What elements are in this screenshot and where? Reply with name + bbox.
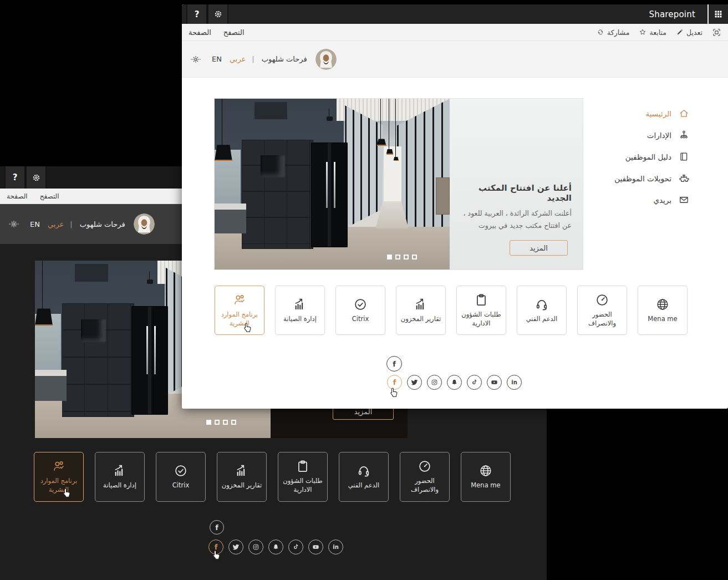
nav-departments[interactable]: الإدارات <box>570 124 689 146</box>
mail-icon <box>679 195 689 205</box>
tile-hr-program[interactable]: برنامج الموارد البشرية <box>215 286 264 335</box>
announcement-body: أعلنت الشركة الرائدة ، العربية للعود ، ع… <box>457 207 572 232</box>
social-facebook[interactable]: f <box>208 540 223 554</box>
social-twitter[interactable] <box>228 540 243 554</box>
tile-label: الحضور والانصراف <box>402 477 447 494</box>
settings-button[interactable] <box>26 166 47 189</box>
help-button[interactable]: ? <box>186 4 207 24</box>
help-icon: ? <box>195 9 200 19</box>
language-en-link[interactable]: EN <box>30 220 40 228</box>
nav-my-mail[interactable]: بريدي <box>570 189 689 211</box>
star-icon <box>639 28 646 36</box>
tile-attendance[interactable]: الحضور والانصراف <box>577 286 627 335</box>
avatar[interactable] <box>134 213 155 235</box>
tile-attendance[interactable]: الحضور والانصراف <box>400 452 450 502</box>
tile-label: الدعم الفني <box>526 315 557 324</box>
nav-home[interactable]: الرئيسية <box>570 103 689 124</box>
user-name[interactable]: فرحات شلهوب <box>262 55 307 63</box>
tab-browse[interactable]: التصفح <box>40 192 59 200</box>
social-twitter[interactable] <box>407 375 422 390</box>
social-facebook-featured[interactable]: f <box>386 356 402 372</box>
social-snapchat[interactable] <box>447 375 462 390</box>
social-facebook-featured[interactable]: f <box>210 520 224 535</box>
carousel-dot[interactable] <box>412 255 417 260</box>
nav-label: تحويلات الموظفين <box>614 174 671 183</box>
carousel-dot[interactable] <box>223 420 228 425</box>
share-sync-icon <box>597 28 604 36</box>
settings-button[interactable] <box>207 4 228 24</box>
language-ar-link[interactable]: عربي <box>48 220 64 228</box>
follow-button[interactable]: متابعة <box>639 28 666 37</box>
tile-inventory-reports[interactable]: تقارير المخزون <box>396 286 446 335</box>
chart-growth-icon <box>235 464 249 478</box>
check-circle-icon <box>174 464 188 478</box>
tile-hr-program[interactable]: برنامج الموارد البشرية <box>34 452 84 502</box>
social-linkedin[interactable]: in <box>328 540 343 554</box>
tile-mena-me[interactable]: Mena me <box>461 452 511 502</box>
social-facebook[interactable]: f <box>387 375 402 390</box>
tile-label: إدارة الصيانة <box>283 315 317 324</box>
tile-tech-support[interactable]: الدعم الفني <box>339 452 389 502</box>
tab-browse[interactable]: التصفح <box>223 28 245 37</box>
user-name[interactable]: فرحات شلهوب <box>80 220 125 228</box>
language-en-link[interactable]: EN <box>212 55 222 63</box>
focus-on-content-icon <box>712 28 721 37</box>
gear-icon <box>213 9 223 19</box>
social-youtube[interactable] <box>308 540 323 554</box>
social-instagram[interactable] <box>248 540 263 554</box>
user-avatar-image <box>315 49 337 70</box>
nav-employee-transfers[interactable]: تحويلات الموظفين <box>570 167 689 189</box>
language-ar-link[interactable]: عربي <box>230 55 246 63</box>
social-snapchat[interactable] <box>268 540 283 554</box>
instagram-icon <box>252 543 259 551</box>
app-launcher-button[interactable] <box>707 4 728 24</box>
tile-admin-requests[interactable]: طلبات الشؤون الادارية <box>278 452 328 502</box>
chart-growth-icon <box>293 297 307 312</box>
people-check-icon <box>52 459 66 474</box>
gauge-icon <box>595 293 609 307</box>
nav-label: دليل الموظفين <box>625 152 671 161</box>
more-button[interactable]: المزيد <box>510 240 568 256</box>
tile-citrix[interactable]: Citrix <box>156 452 206 502</box>
brightness-toggle[interactable] <box>9 219 19 229</box>
help-button[interactable]: ? <box>4 166 26 189</box>
tile-inventory-reports[interactable]: تقارير المخزون <box>217 452 267 502</box>
avatar[interactable] <box>315 49 337 70</box>
carousel-dot[interactable] <box>404 255 409 260</box>
social-instagram[interactable] <box>427 375 442 390</box>
tile-admin-requests[interactable]: طلبات الشؤون الادارية <box>456 286 506 335</box>
social-linkedin[interactable]: in <box>507 375 522 390</box>
social-tiktok[interactable] <box>467 375 482 390</box>
carousel-dot[interactable] <box>387 255 392 260</box>
headset-icon <box>357 464 371 478</box>
carousel-dot[interactable] <box>395 255 400 260</box>
tile-maintenance[interactable]: إدارة الصيانة <box>275 286 325 335</box>
tile-maintenance[interactable]: إدارة الصيانة <box>95 452 145 502</box>
tile-label: تقارير المخزون <box>222 481 262 490</box>
org-chart-icon <box>679 130 689 140</box>
brightness-toggle[interactable] <box>191 54 201 64</box>
waffle-grid-icon <box>714 10 722 18</box>
tab-page[interactable]: الصفحة <box>189 28 211 37</box>
user-bar: EN عربي | فرحات شلهوب <box>182 41 728 78</box>
carousel-dot[interactable] <box>231 420 236 425</box>
ribbon-bar: الصفحة التصفح مشاركة متابعة تعديل <box>182 24 728 41</box>
social-tiktok[interactable] <box>288 540 303 554</box>
tile-label: Mena me <box>471 481 500 490</box>
carousel-dot[interactable] <box>206 420 211 425</box>
sharepoint-window-light: ? Sharepoint الصفحة التصفح مشاركة متابعة… <box>182 4 728 409</box>
tab-page[interactable]: الصفحة <box>7 192 28 200</box>
nav-employee-directory[interactable]: دليل الموظفين <box>570 146 689 167</box>
tile-tech-support[interactable]: الدعم الفني <box>517 286 567 335</box>
share-button[interactable]: مشاركة <box>597 28 629 37</box>
tile-label: Mena me <box>648 315 677 324</box>
tile-citrix[interactable]: Citrix <box>335 286 385 335</box>
carousel-dot[interactable] <box>215 420 220 425</box>
social-youtube[interactable] <box>487 375 502 390</box>
tile-label: الدعم الفني <box>348 481 379 490</box>
hero-slide-image <box>215 99 450 269</box>
edit-button[interactable]: تعديل <box>676 28 702 37</box>
tile-mena-me[interactable]: Mena me <box>638 286 688 335</box>
app-title: Sharepoint <box>649 4 695 24</box>
focus-on-content-button[interactable] <box>712 28 721 37</box>
